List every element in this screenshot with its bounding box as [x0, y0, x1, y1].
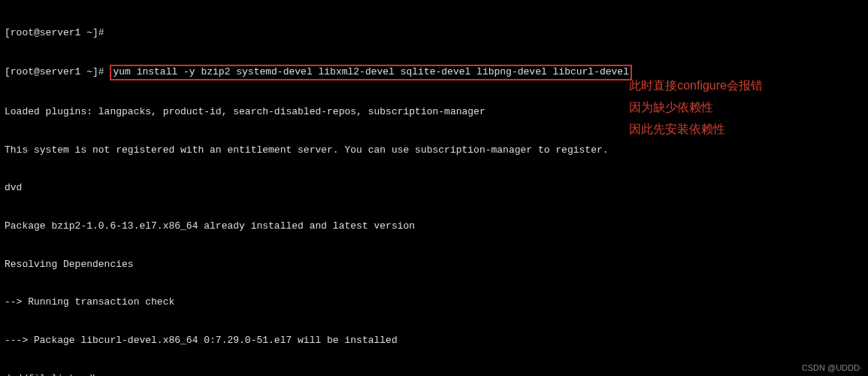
output-line: dvd — [5, 182, 863, 195]
output-line: Package bzip2-1.0.6-13.el7.x86_64 alread… — [5, 220, 863, 233]
output-line: This system is not registered with an en… — [5, 144, 863, 157]
output-line: Resolving Dependencies — [5, 259, 863, 271]
output-line: ---> Package libcurl-devel.x86_64 0:7.29… — [5, 335, 863, 347]
output-line: --> Running transaction check — [5, 296, 863, 309]
annotation-line: 因为缺少依赖性 — [629, 97, 763, 119]
annotation-text: 此时直接configure会报错 因为缺少依赖性 因此先安装依赖性 — [629, 75, 763, 140]
output-line: dvd/filelists_db — [5, 373, 863, 376]
annotation-line: 此时直接configure会报错 — [629, 75, 763, 97]
shell-prompt: [root@server1 ~]# — [5, 66, 110, 77]
command-text[interactable]: yum install -y bzip2 systemd-devel libxm… — [113, 66, 629, 77]
highlighted-command: yum install -y bzip2 systemd-devel libxm… — [110, 65, 632, 80]
annotation-line: 因此先安装依赖性 — [629, 119, 763, 141]
terminal-output: [root@server1 ~]# [root@server1 ~]# yum … — [0, 0, 868, 376]
shell-prompt: [root@server1 ~]# — [5, 27, 110, 38]
watermark: CSDN @UDDD· — [802, 362, 862, 373]
